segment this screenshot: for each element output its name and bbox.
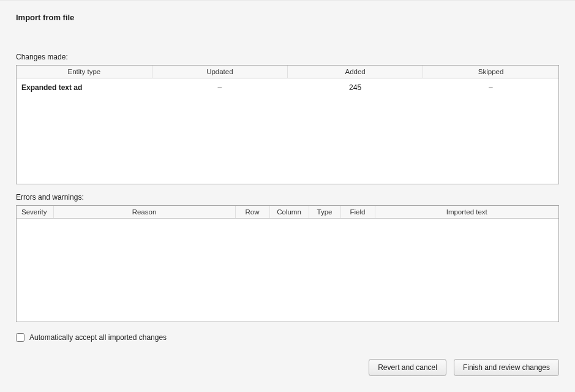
col-header-field[interactable]: Field [340,206,375,219]
errors-warnings-label: Errors and warnings: [16,193,559,202]
auto-accept-checkbox[interactable] [16,333,24,342]
col-header-type[interactable]: Type [309,206,340,219]
finish-review-button[interactable]: Finish and review changes [454,359,559,376]
cell-added: 245 [288,78,423,97]
errors-table: Severity Reason Row Column Type Field Im… [17,206,558,219]
col-header-severity[interactable]: Severity [17,206,53,219]
changes-table-body[interactable]: Expanded text ad – 245 – [17,78,558,184]
changes-made-label: Changes made: [16,53,559,61]
cell-entity-type: Expanded text ad [17,78,152,97]
errors-table-body[interactable] [17,219,558,322]
auto-accept-row: Automatically accept all imported change… [16,333,559,342]
import-dialog: Import from file Changes made: Entity ty… [0,0,575,392]
table-row[interactable]: Expanded text ad – 245 – [17,78,558,97]
changes-table: Entity type Updated Added Skipped [17,66,558,78]
revert-cancel-button[interactable]: Revert and cancel [369,359,446,376]
col-header-skipped[interactable]: Skipped [423,66,558,78]
col-header-entity-type[interactable]: Entity type [17,66,152,78]
auto-accept-label: Automatically accept all imported change… [29,333,167,342]
cell-updated: – [152,78,287,97]
col-header-updated[interactable]: Updated [152,66,287,78]
col-header-column[interactable]: Column [269,206,309,219]
col-header-reason[interactable]: Reason [53,206,235,219]
col-header-row[interactable]: Row [235,206,269,219]
page-title: Import from file [16,13,559,22]
cell-skipped: – [423,78,558,97]
col-header-imported-text[interactable]: Imported text [375,206,558,219]
col-header-added[interactable]: Added [288,66,423,78]
changes-table-wrap: Entity type Updated Added Skipped Expand… [16,65,559,184]
dialog-button-row: Revert and cancel Finish and review chan… [16,359,559,376]
errors-table-wrap: Severity Reason Row Column Type Field Im… [16,205,559,322]
